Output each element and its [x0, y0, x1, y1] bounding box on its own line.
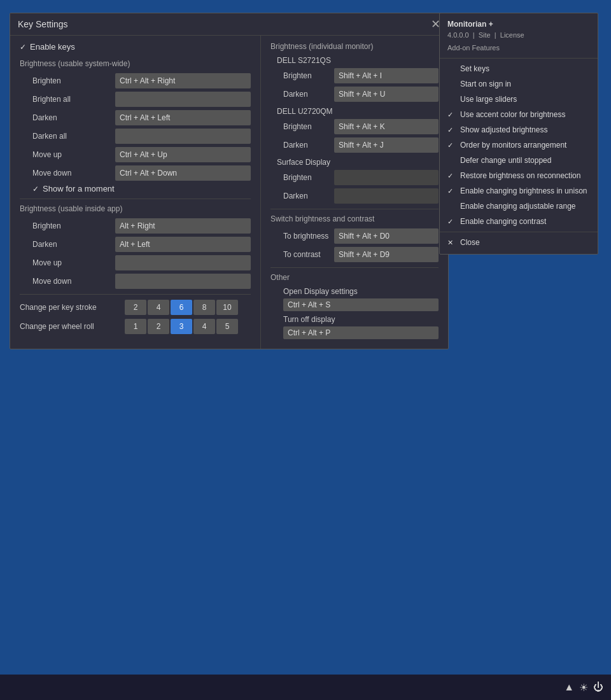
system-brighten-label: Brighten [32, 76, 115, 85]
system-darken-label: Darken [32, 113, 115, 122]
m3-darken-row: Darken [270, 188, 439, 204]
ctx-start-signin[interactable]: Start on sign in [440, 76, 598, 92]
app-move-down-row: Move down [20, 274, 251, 289]
turn-off-display-input[interactable] [283, 326, 439, 339]
switch-brightness-input[interactable] [334, 228, 439, 244]
switch-contrast-input[interactable] [334, 247, 439, 262]
ctx-restore-brightness[interactable]: ✓ Restore brightness on reconnection [440, 168, 598, 183]
app-brighten-input[interactable] [115, 218, 251, 234]
ctx-show-adjusted[interactable]: ✓ Show adjusted brightness [440, 122, 598, 137]
ctx-set-keys[interactable]: Set keys [440, 61, 598, 76]
ctx-order-monitors[interactable]: ✓ Order by monitors arrangement [440, 137, 598, 153]
context-menu: Monitorian + 4.0.0.0 | Site | License Ad… [439, 13, 598, 255]
monitor1-name: DELL S2721QS [270, 56, 439, 65]
switch-contrast-row: To contrast [270, 247, 439, 262]
ctx-adjustable-range[interactable]: Enable changing adjustable range [440, 199, 598, 214]
system-brighten-input[interactable] [115, 73, 251, 88]
app-darken-input[interactable] [115, 237, 251, 252]
section-other-label: Other [270, 273, 439, 282]
change-keystroke-row: Change per key stroke 2 4 6 8 10 [20, 300, 251, 315]
m2-darken-input[interactable] [334, 137, 439, 153]
system-move-up-input[interactable] [115, 147, 251, 162]
ctx-divider-bottom [440, 232, 598, 232]
right-column: Brightness (individual monitor) DELL S27… [261, 36, 448, 349]
m3-brighten-input[interactable] [334, 170, 439, 185]
site-link[interactable]: Site [479, 31, 491, 39]
m1-brighten-input[interactable] [334, 68, 439, 83]
open-display-row: Open Display settings [270, 287, 439, 311]
taskbar: ▲ ☀ ⏻ [0, 675, 611, 700]
panel-title: Key Settings [18, 19, 68, 29]
wheel-btn-1[interactable]: 1 [125, 319, 146, 334]
enable-keys-label: Enable keys [30, 42, 75, 52]
change-wheel-buttons: 1 2 3 4 5 [125, 319, 238, 334]
taskbar-arrow-icon[interactable]: ▲ [564, 682, 574, 693]
keystroke-btn-10[interactable]: 10 [216, 300, 238, 315]
m3-darken-input[interactable] [334, 188, 439, 204]
m2-brighten-input[interactable] [334, 119, 439, 134]
keystroke-btn-8[interactable]: 8 [193, 300, 215, 315]
app-move-up-row: Move up [20, 255, 251, 270]
keystroke-btn-2[interactable]: 2 [125, 300, 146, 315]
taskbar-power-icon[interactable]: ⏻ [593, 682, 603, 693]
section-switch-label: Switch brightness and contrast [270, 214, 439, 223]
open-display-label: Open Display settings [283, 287, 358, 296]
show-moment-label: Show for a moment [43, 184, 115, 193]
taskbar-brightness-icon[interactable]: ☀ [579, 682, 588, 694]
addon-label: Add-on Features [440, 43, 598, 55]
license-link[interactable]: License [500, 31, 524, 39]
system-move-down-row: Move down [20, 165, 251, 181]
app-move-down-input[interactable] [115, 274, 251, 289]
system-darken-all-input[interactable] [115, 129, 251, 144]
enable-keys-check: ✓ [20, 43, 26, 52]
left-column: ✓ Enable keys Brightness (usable system-… [10, 36, 261, 349]
system-brighten-all-row: Brighten all [20, 92, 251, 107]
turn-off-display-row: Turn off display [270, 315, 439, 339]
wheel-btn-3[interactable]: 3 [171, 319, 192, 334]
ctx-accent-color[interactable]: ✓ Use accent color for brightness [440, 107, 598, 122]
panel-content: ✓ Enable keys Brightness (usable system-… [10, 36, 448, 349]
app-brighten-row: Brighten [20, 218, 251, 234]
open-display-input[interactable] [283, 298, 439, 311]
app-move-up-label: Move up [32, 258, 115, 267]
ctx-changing-contrast[interactable]: ✓ Enable changing contrast [440, 214, 598, 229]
system-darken-row: Darken [20, 110, 251, 125]
ctx-brightness-unison[interactable]: ✓ Enable changing brightness in unison [440, 183, 598, 199]
system-move-down-input[interactable] [115, 165, 251, 181]
change-wheel-row: Change per wheel roll 1 2 3 4 5 [20, 319, 251, 334]
switch-contrast-label: To contrast [283, 250, 334, 259]
monitor2-name: DELL U2720QM [270, 107, 439, 116]
ctx-defer-change[interactable]: Defer change until stopped [440, 153, 598, 168]
r-divider-2 [270, 267, 439, 268]
m1-darken-label: Darken [283, 90, 334, 99]
ctx-divider-top [440, 58, 598, 59]
keystroke-btn-4[interactable]: 4 [148, 300, 169, 315]
system-darken-input[interactable] [115, 110, 251, 125]
switch-brightness-label: To brightness [283, 232, 334, 241]
change-wheel-label: Change per wheel roll [20, 322, 125, 331]
wheel-btn-2[interactable]: 2 [148, 319, 169, 334]
keystroke-btn-6[interactable]: 6 [171, 300, 192, 315]
ctx-close[interactable]: ✕ Close [440, 235, 598, 250]
app-darken-label: Darken [32, 240, 115, 249]
system-move-up-row: Move up [20, 147, 251, 162]
wheel-btn-5[interactable]: 5 [216, 319, 238, 334]
m1-darken-row: Darken [270, 87, 439, 102]
m1-darken-input[interactable] [334, 87, 439, 102]
app-brighten-label: Brighten [32, 221, 115, 230]
title-bar: Key Settings ✕ [10, 13, 448, 36]
section-individual-label: Brightness (individual monitor) [270, 42, 439, 51]
app-move-up-input[interactable] [115, 255, 251, 270]
wheel-btn-4[interactable]: 4 [193, 319, 215, 334]
system-darken-all-label: Darken all [32, 132, 115, 141]
m2-darken-label: Darken [283, 141, 334, 150]
ctx-large-sliders[interactable]: Use large sliders [440, 92, 598, 107]
m1-brighten-row: Brighten [270, 68, 439, 83]
system-brighten-all-input[interactable] [115, 92, 251, 107]
m3-brighten-label: Brighten [283, 173, 334, 182]
ctx-restore-brightness-check: ✓ [447, 172, 456, 180]
system-move-up-label: Move up [32, 150, 115, 159]
m1-brighten-label: Brighten [283, 71, 334, 80]
ctx-show-adjusted-check: ✓ [447, 126, 456, 134]
app-name: Monitorian + [440, 17, 598, 30]
